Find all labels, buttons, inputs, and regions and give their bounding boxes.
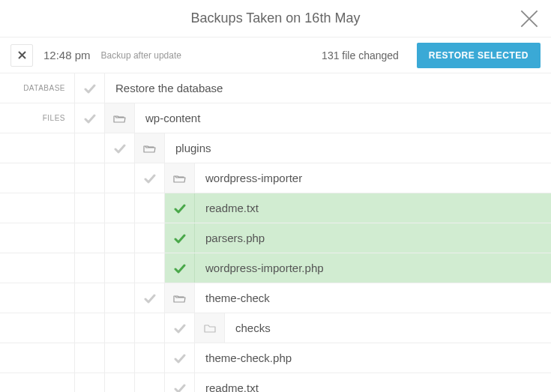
checkbox[interactable] <box>165 373 195 392</box>
folder-open-icon <box>173 293 186 304</box>
tree-row-file[interactable]: readme.txt <box>0 193 551 223</box>
file-tree: DATABASE Restore the database FILES wp-c… <box>0 73 551 392</box>
tree-row-folder[interactable]: FILES wp-content <box>0 103 551 133</box>
expand-toggle[interactable] <box>105 103 135 133</box>
toolbar: 12:48 pm Backup after update 131 file ch… <box>0 37 551 73</box>
checkbox[interactable] <box>135 163 165 193</box>
tree-row-file[interactable]: parsers.php <box>0 223 551 253</box>
tree-row-file[interactable]: wordpress-importer.php <box>0 253 551 283</box>
check-icon <box>174 323 186 334</box>
check-icon <box>84 113 96 124</box>
folder-open-icon <box>143 143 156 154</box>
node-label: checks <box>225 322 551 334</box>
expand-toggle[interactable] <box>135 133 165 163</box>
tree-row-file[interactable]: readme.txt <box>0 373 551 392</box>
node-label: readme.txt <box>195 382 551 392</box>
check-icon <box>84 83 96 94</box>
check-icon <box>174 233 186 244</box>
check-icon <box>174 383 186 393</box>
expand-toggle[interactable] <box>195 313 225 343</box>
node-label: theme-check.php <box>195 352 551 364</box>
checkbox[interactable] <box>165 193 195 223</box>
folder-open-icon <box>173 173 186 184</box>
x-icon <box>18 51 26 59</box>
tree-row-folder[interactable]: wordpress-importer <box>0 163 551 193</box>
checkbox[interactable] <box>75 103 105 133</box>
tree-row-folder[interactable]: theme-check <box>0 283 551 313</box>
node-label: wp-content <box>135 112 551 124</box>
checkbox[interactable] <box>165 313 195 343</box>
tree-row-folder[interactable]: plugins <box>0 133 551 163</box>
expand-toggle[interactable] <box>165 163 195 193</box>
check-icon <box>174 203 186 214</box>
check-icon <box>174 353 186 364</box>
node-label: plugins <box>165 142 551 154</box>
check-icon <box>114 143 126 154</box>
close-icon <box>520 9 539 28</box>
node-label: readme.txt <box>195 202 551 214</box>
delete-button[interactable] <box>10 44 33 67</box>
tree-row-folder[interactable]: checks <box>0 313 551 343</box>
restore-selected-button[interactable]: RESTORE SELECTED <box>417 43 541 68</box>
check-icon <box>144 173 156 184</box>
checkbox[interactable] <box>165 343 195 373</box>
section-label-files: FILES <box>0 103 75 133</box>
dialog-title: Backups Taken on 16th May <box>191 10 361 26</box>
node-label: Restore the database <box>105 82 551 94</box>
backup-note: Backup after update <box>101 50 181 61</box>
expand-toggle[interactable] <box>165 283 195 313</box>
node-label: parsers.php <box>195 232 551 244</box>
node-label: theme-check <box>195 292 551 304</box>
backup-time: 12:48 pm <box>43 49 91 61</box>
checkbox[interactable] <box>165 223 195 253</box>
folder-open-icon <box>113 113 126 124</box>
checkbox[interactable] <box>105 133 135 163</box>
checkbox[interactable] <box>165 253 195 283</box>
tree-row-file[interactable]: theme-check.php <box>0 343 551 373</box>
checkbox[interactable] <box>75 73 105 103</box>
node-label: wordpress-importer.php <box>195 262 551 274</box>
check-icon <box>174 263 186 274</box>
checkbox[interactable] <box>135 283 165 313</box>
close-button[interactable] <box>520 9 539 28</box>
files-changed-count: 131 file changed <box>322 49 399 61</box>
dialog-header: Backups Taken on 16th May <box>0 0 551 37</box>
check-icon <box>144 293 156 304</box>
node-label: wordpress-importer <box>195 172 551 184</box>
section-label-database: DATABASE <box>0 73 75 103</box>
database-row[interactable]: DATABASE Restore the database <box>0 73 551 103</box>
folder-closed-icon <box>204 323 216 334</box>
